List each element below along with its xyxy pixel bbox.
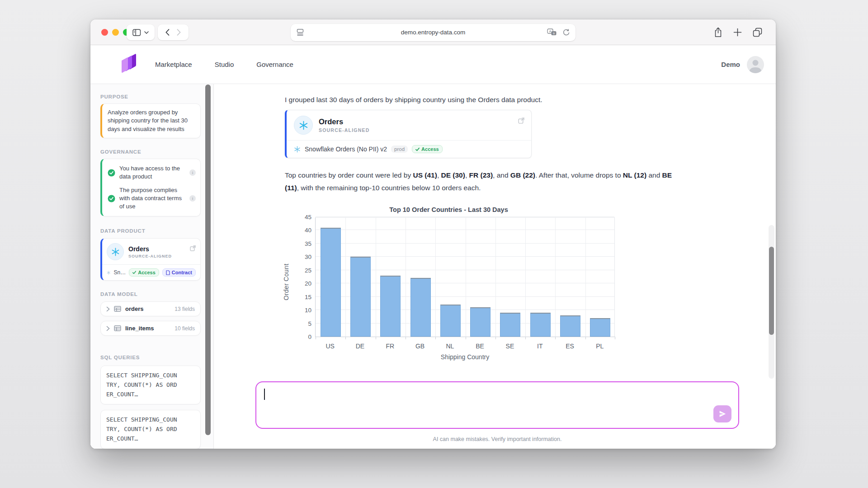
snowflake-icon [294,146,301,153]
avatar[interactable] [747,56,764,73]
message-text: , and [493,171,510,179]
gridline [585,218,586,337]
history-nav-group [158,24,189,40]
external-link-icon[interactable] [190,245,196,253]
x-tick-mark [345,337,346,339]
chart-bar-fr [380,276,401,337]
chat-input[interactable] [255,381,739,429]
data-product-card[interactable]: Orders SOURCE-ALIGNED [100,238,201,281]
chevron-down-icon[interactable] [144,31,149,34]
chevron-right-icon[interactable] [106,326,110,331]
reload-icon[interactable] [562,29,570,37]
x-tick-mark [495,337,496,339]
x-tick-mark [555,337,556,339]
gridline [435,218,436,337]
x-tick-label: GB [405,343,435,350]
info-icon[interactable]: i [189,195,196,202]
data-product-reference-card[interactable]: Orders SOURCE-ALIGNED [285,110,532,158]
sidebar-scrollbar[interactable] [205,84,211,435]
chart-bar-se [500,313,520,337]
chart-bar-us [321,228,341,337]
gridline [466,218,466,337]
chart-bar-nl [440,305,461,337]
address-bar[interactable]: demo.entropy-data.com A a [291,24,576,41]
data-model-row-orders[interactable]: orders 13 fields [100,301,201,316]
product-card-port-row: Snowflake Orders (No PII) v2 prod Access [287,140,531,158]
governance-card: You have access to the data product i Th… [100,159,201,216]
translate-icon[interactable]: A a [547,28,557,37]
chevron-right-icon[interactable] [106,306,110,312]
table-fields-count: 13 fields [175,306,195,312]
message-text: , [465,171,469,179]
external-link-icon[interactable] [518,117,524,126]
window-controls [101,29,130,36]
x-tick-label: IT [525,343,555,350]
chart-ylabel: Order Count [283,263,290,300]
sidebar-toggle-group [127,24,155,40]
chart-bar-be [470,307,491,337]
nav-governance[interactable]: Governance [256,61,293,68]
address-bar-actions: A a [547,24,570,41]
forward-button[interactable] [177,29,181,36]
text-cursor [264,389,265,400]
x-tick-label: SE [495,343,525,350]
table-icon [114,325,121,331]
access-badge: Access [129,268,159,277]
data-product-header: Orders SOURCE-ALIGNED [102,239,200,264]
main-nav: Marketplace Studio Governance [155,61,293,68]
browser-toolbar: demo.entropy-data.com A a [90,19,776,45]
data-product-name: Orders [128,245,172,253]
contract-badge: Contract [162,268,196,277]
page-content: PURPOSE Analyze orders grouped by shippi… [90,84,776,449]
chart-xlabel: Shipping Country [315,353,615,361]
sql-query-card[interactable]: SELECT SHIPPING_COUNTRY, COUNT(*) AS ORD… [100,366,201,404]
country-count-bold: US (41) [413,171,437,179]
snowflake-icon [107,243,124,260]
tab-overview-icon[interactable] [753,28,762,37]
y-tick-label: 15 [293,294,311,300]
y-tick-label: 25 [293,267,311,274]
x-tick-mark [316,337,316,339]
chart-bar-es [560,315,580,337]
gridline [316,243,614,244]
governance-item: You have access to the data product i [108,164,196,181]
page-scrollbar-thumb[interactable] [769,247,774,335]
chart-title: Top 10 Order Countries - Last 30 Days [280,206,617,213]
minimize-window-button[interactable] [112,29,119,36]
browser-window: demo.entropy-data.com A a [90,19,776,449]
x-tick-label: ES [555,343,585,350]
svg-text:A: A [549,29,551,33]
gridline [376,218,376,337]
governance-item-text: You have access to the data product [119,164,185,181]
sql-query-card[interactable]: SELECT SHIPPING_COUNTRY, COUNT(*) AS ORD… [100,410,201,449]
close-window-button[interactable] [101,29,108,36]
gridline [525,218,526,337]
x-tick-label: PL [585,343,615,350]
data-model-row-line-items[interactable]: line_items 10 fields [100,321,201,336]
table-name: orders [125,305,143,312]
gridline [316,216,614,217]
gridline [316,230,614,230]
nav-marketplace[interactable]: Marketplace [155,61,192,68]
x-tick-mark [466,337,466,339]
app-logo[interactable] [120,53,137,76]
send-button[interactable] [713,405,731,422]
x-tick-mark [585,337,586,339]
nav-studio[interactable]: Studio [215,61,234,68]
message-text: Top countries by order count were led by [285,171,413,179]
new-tab-icon[interactable] [733,28,742,37]
share-icon[interactable] [714,27,722,38]
info-icon[interactable]: i [189,169,196,176]
purpose-section-label: PURPOSE [100,94,201,99]
check-icon [415,147,420,151]
user-menu[interactable]: Demo [721,56,764,73]
back-button[interactable] [165,29,170,36]
country-count-bold: DE (30) [441,171,465,179]
chart-bar-de [350,257,371,337]
port-name: Snowflake Orders (No PII) v2 [305,145,387,153]
sidebar-toggle-icon[interactable] [132,29,141,36]
country-count-bold: NL (12) [623,171,646,179]
x-tick-label: DE [345,343,375,350]
table-name: line_items [125,325,154,332]
chart-bar-pl [590,318,610,337]
